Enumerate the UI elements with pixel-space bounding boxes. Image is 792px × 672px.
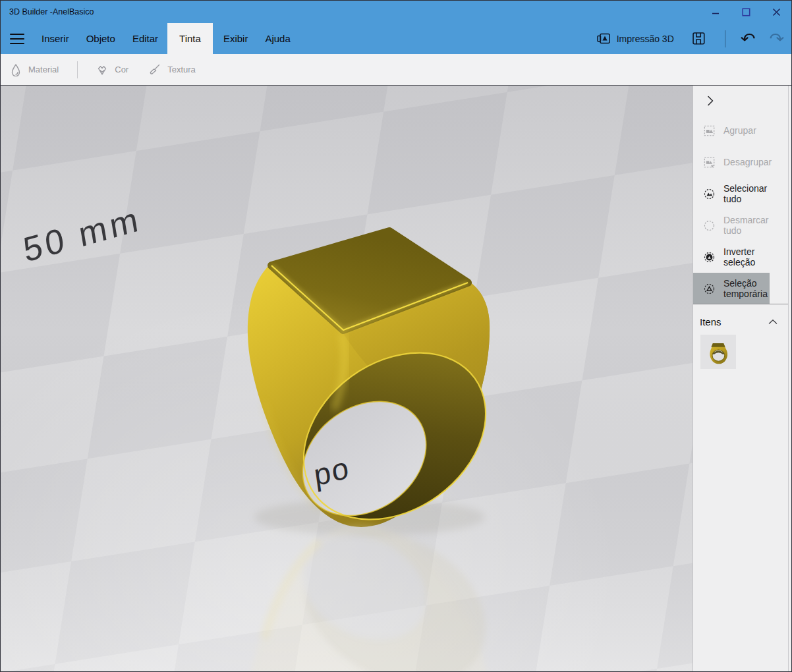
tool-label: Inverter seleção	[723, 246, 770, 267]
main-area: 50 mm po	[1, 86, 791, 671]
menu-separator	[725, 30, 725, 47]
tool-label: Selecionar tudo	[723, 183, 770, 204]
material-button: Material	[10, 63, 59, 76]
selection-tools: Agrupar Desagrupar	[693, 115, 770, 304]
print-3d-label: Impressão 3D	[617, 34, 674, 44]
save-button[interactable]	[693, 32, 705, 45]
close-button[interactable]	[761, 1, 791, 23]
tool-inverter-selecao[interactable]: Inverter seleção	[693, 241, 770, 273]
tool-label: Desmarcar tudo	[723, 215, 770, 236]
tool-selecionar-tudo[interactable]: Selecionar tudo	[693, 178, 770, 210]
scene-canvas[interactable]: 50 mm po	[1, 86, 693, 671]
close-icon	[772, 8, 781, 16]
selection-panel: Agrupar Desagrupar	[693, 86, 791, 671]
tool-label: Seleção temporária	[723, 278, 770, 299]
maximize-icon	[742, 8, 750, 16]
items-header-label: Itens	[700, 316, 721, 327]
hamburger-icon	[10, 34, 24, 35]
maximize-button[interactable]	[731, 1, 761, 23]
toolbar-separator	[77, 61, 78, 78]
invert-selection-icon	[704, 252, 715, 263]
texture-label: Textura	[167, 65, 196, 74]
color-label: Cor	[115, 65, 128, 74]
paint-toolbar: Material Cor Textura	[1, 54, 791, 86]
menu-item-objeto[interactable]: Objeto	[86, 33, 115, 44]
tool-label: Desagrupar	[723, 157, 772, 167]
menu-item-editar[interactable]: Editar	[132, 33, 158, 44]
print-3d-icon	[597, 33, 611, 45]
redo-button: ↷	[769, 31, 784, 47]
tool-agrupar: Agrupar	[693, 115, 770, 146]
title-bar[interactable]: 3D Builder -AnelBasico	[1, 1, 791, 23]
minimize-button[interactable]	[700, 1, 731, 23]
hamburger-menu-button[interactable]	[10, 34, 24, 44]
color-crayon-icon	[96, 64, 108, 76]
chevron-up-icon[interactable]	[768, 319, 778, 325]
app-window: 3D Builder -AnelBasico Inserir Objeto Ed…	[0, 0, 792, 672]
tool-label: Agrupar	[723, 125, 756, 136]
minimize-icon	[712, 8, 720, 16]
group-icon	[704, 125, 715, 136]
texture-brush-icon	[148, 64, 161, 76]
menu-item-ajuda[interactable]: Ajuda	[265, 33, 290, 44]
save-icon	[693, 32, 705, 45]
texture-button: Textura	[148, 64, 196, 76]
undo-button[interactable]: ↶	[740, 31, 755, 47]
temporary-selection-icon	[704, 283, 715, 294]
window-title: 3D Builder -AnelBasico	[9, 7, 94, 16]
menu-right-group: Impressão 3D ↶ ↷	[597, 30, 783, 47]
ungroup-icon	[704, 157, 715, 168]
menu-tab-tinta-active[interactable]: Tinta	[167, 23, 213, 54]
chevron-right-icon	[706, 95, 714, 107]
deselect-all-icon	[704, 220, 715, 231]
panel-divider	[693, 304, 788, 304]
ring-thumbnail-image	[704, 337, 733, 366]
select-all-icon	[704, 188, 715, 200]
print-3d-button[interactable]: Impressão 3D	[597, 33, 674, 45]
items-header[interactable]: Itens	[693, 308, 788, 335]
material-droplet-icon	[10, 63, 22, 76]
tool-selecao-temporaria[interactable]: Seleção temporária	[693, 273, 770, 304]
panel-expand-button[interactable]	[703, 94, 718, 108]
menu-item-inserir[interactable]: Inserir	[42, 33, 69, 44]
viewport-3d[interactable]: 50 mm po	[1, 86, 693, 671]
tool-desagrupar: Desagrupar	[693, 146, 770, 178]
color-button: Cor	[96, 64, 128, 76]
item-thumbnail-ring[interactable]	[700, 335, 736, 369]
material-label: Material	[28, 65, 59, 74]
tool-desmarcar-tudo: Desmarcar tudo	[693, 210, 770, 241]
menu-bar: Inserir Objeto Editar Tinta Exibir Ajuda…	[1, 23, 791, 54]
menu-item-exibir[interactable]: Exibir	[223, 33, 248, 44]
window-controls	[700, 1, 791, 23]
